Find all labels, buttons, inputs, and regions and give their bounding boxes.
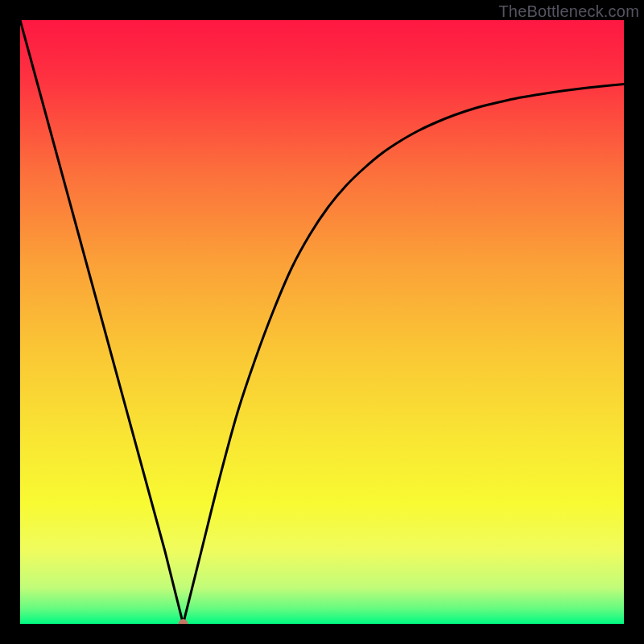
svg-point-1 [179, 619, 188, 624]
bottleneck-curve [20, 20, 624, 624]
chart-container: TheBottleneck.com [0, 0, 644, 644]
plot-area [20, 20, 624, 624]
watermark-label: TheBottleneck.com [498, 2, 639, 21]
